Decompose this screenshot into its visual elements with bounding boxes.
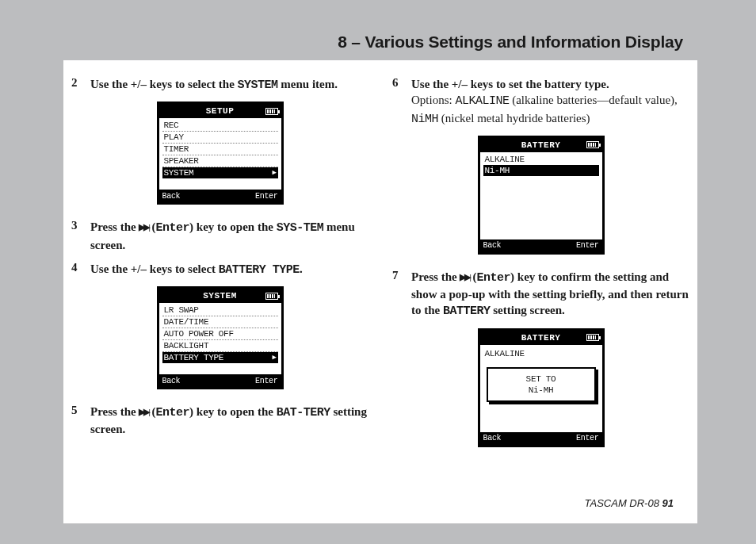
lcd-screen: SETUP REC PLAY TIMER SPEAKER SYSTEM▶ Bac… [157, 102, 284, 205]
mono-text: SYSTEM [238, 79, 278, 92]
battery-icon [586, 334, 599, 341]
page-number: 91 [662, 497, 674, 509]
text: Use the +/– keys to select the [90, 78, 238, 90]
mono-text: BATTERY [443, 305, 491, 318]
step-6: 6 Use the +/– keys to set the battery ty… [392, 76, 689, 128]
fast-forward-icon: ▶▶| [139, 406, 148, 418]
text: Press the [411, 270, 460, 283]
lcd-row: LR SWAP [162, 305, 278, 316]
lcd-list: ALKALINE Ni-MH [480, 152, 602, 239]
content-area: 8 – Various Settings and Information Dis… [63, 24, 697, 523]
lcd-battery-figure: BATTERY ALKALINE Ni-MH Back Enter [392, 136, 689, 255]
lcd-popup-figure: BATTERY ALKALINE SET TO Ni-MH Back [392, 328, 689, 447]
popup-line: SET TO [490, 374, 593, 385]
step-4: 4 Use the +/– keys to select BATTERY TYP… [71, 261, 368, 278]
lcd-titlebar: BATTERY [480, 138, 602, 152]
lcd-title: SYSTEM [175, 291, 265, 301]
two-column-layout: 2 Use the +/– keys to select the SYSTEM … [63, 60, 697, 462]
text: Press the [90, 220, 139, 233]
mono-text: SYS-TEM [277, 221, 324, 235]
step-number: 5 [71, 404, 82, 438]
section-title: 8 – Various Settings and Information Dis… [338, 33, 683, 52]
step-text: Press the ▶▶| (Enter) key to open the SY… [90, 219, 368, 253]
enter-label: Enter [576, 241, 599, 250]
mono-text: NiMH [411, 113, 438, 126]
lcd-row-selected: BATTERY TYPE▶ [162, 352, 278, 363]
text: . [300, 262, 303, 275]
lcd-row: AUTO POWER OFF [162, 328, 278, 340]
text: Options: [411, 94, 455, 106]
step-text: Use the +/– keys to select the SYSTEM me… [90, 76, 368, 94]
left-column: 2 Use the +/– keys to select the SYSTEM … [71, 76, 368, 462]
text: (nickel metal hydride batteries) [438, 112, 590, 125]
product-name: TASCAM DR-08 [585, 497, 659, 509]
enter-label: Enter [255, 192, 278, 201]
lcd-title: BATTERY [496, 140, 586, 150]
step-text: Press the ▶▶| (Enter) key to open the BA… [90, 404, 368, 438]
step-number: 2 [71, 76, 82, 94]
fast-forward-icon: ▶▶| [139, 221, 148, 233]
lcd-row: BACKLIGHT [162, 340, 278, 352]
enter-label: Enter [255, 377, 278, 385]
mono-text: Enter [156, 221, 190, 235]
lcd-screen: BATTERY ALKALINE Ni-MH Back Enter [478, 136, 605, 255]
step-number: 6 [392, 76, 403, 128]
right-column: 6 Use the +/– keys to set the battery ty… [392, 76, 689, 462]
enter-label: Enter [576, 434, 599, 442]
mono-text: ALKALINE [455, 94, 509, 108]
step-text: Use the +/– keys to select BATTERY TYPE. [90, 261, 368, 278]
fast-forward-icon: ▶▶| [460, 271, 469, 283]
lcd-popup: SET TO Ni-MH [487, 367, 596, 403]
lcd-footer: Back Enter [159, 374, 281, 387]
lcd-screen: SYSTEM LR SWAP DATE/TIME AUTO POWER OFF … [157, 286, 284, 389]
lcd-setup-figure: SETUP REC PLAY TIMER SPEAKER SYSTEM▶ Bac… [71, 102, 368, 205]
battery-icon [265, 108, 278, 115]
step-text: Press the ▶▶| (Enter) key to confirm the… [411, 269, 689, 320]
step-2: 2 Use the +/– keys to select the SYSTEM … [71, 76, 368, 94]
lcd-row: ALKALINE [483, 154, 599, 165]
step-number: 7 [392, 269, 403, 320]
text: menu item. [278, 78, 338, 90]
back-label: Back [483, 434, 502, 442]
back-label: Back [162, 192, 181, 201]
lcd-row: REC [162, 120, 278, 132]
lcd-screen: BATTERY ALKALINE SET TO Ni-MH Back [478, 328, 605, 447]
lcd-list: LR SWAP DATE/TIME AUTO POWER OFF BACKLIG… [159, 303, 281, 374]
text: key to open the [193, 220, 277, 233]
step-3: 3 Press the ▶▶| (Enter) key to open the … [71, 219, 368, 253]
chevron-right-icon: ▶ [272, 168, 276, 178]
lcd-row-selected: Ni-MH [483, 165, 599, 176]
lcd-title: BATTERY [496, 333, 586, 343]
battery-icon [586, 141, 599, 148]
text: Use the +/– keys to set the battery type… [411, 78, 609, 90]
step-7: 7 Press the ▶▶| (Enter) key to confirm t… [392, 269, 689, 320]
mono-text: BATTERY TYPE [219, 263, 300, 277]
lcd-list: REC PLAY TIMER SPEAKER SYSTEM▶ [159, 118, 281, 190]
lcd-row-selected: SYSTEM▶ [162, 167, 278, 178]
text: (alkaline batteries—default value), [509, 94, 677, 106]
lcd-row: SPEAKER [162, 155, 278, 167]
step-text: Use the +/– keys to set the battery type… [411, 76, 689, 128]
text: key to open the [193, 405, 277, 418]
mono-text: BAT-TERY [277, 406, 330, 419]
lcd-title: SETUP [175, 106, 265, 116]
lcd-row: DATE/TIME [162, 316, 278, 328]
lcd-titlebar: SYSTEM [159, 289, 281, 303]
manual-page: 8 – Various Settings and Information Dis… [0, 0, 756, 544]
lcd-row: PLAY [162, 132, 278, 144]
text: Use the +/– keys to select [90, 262, 219, 275]
battery-icon [265, 293, 278, 300]
step-5: 5 Press the ▶▶| (Enter) key to open the … [71, 404, 368, 438]
lcd-system-figure: SYSTEM LR SWAP DATE/TIME AUTO POWER OFF … [71, 286, 368, 389]
section-header: 8 – Various Settings and Information Dis… [63, 24, 697, 60]
text: setting screen. [491, 304, 565, 316]
lcd-footer: Back Enter [480, 239, 602, 252]
step-number: 3 [71, 219, 82, 253]
lcd-row: ALKALINE [483, 348, 599, 359]
mono-text: Enter [477, 271, 511, 285]
step-number: 4 [71, 261, 82, 278]
chevron-right-icon: ▶ [272, 353, 276, 362]
back-label: Back [162, 377, 181, 385]
lcd-titlebar: BATTERY [480, 331, 602, 345]
lcd-body: ALKALINE SET TO Ni-MH [480, 345, 602, 432]
